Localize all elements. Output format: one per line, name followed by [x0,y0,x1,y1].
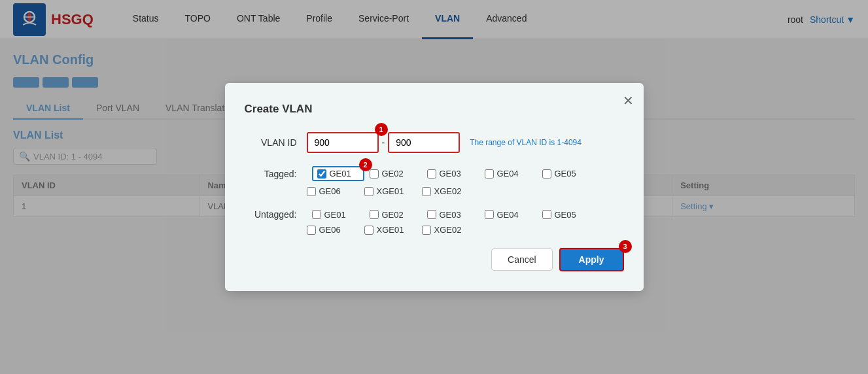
tagged-ge01-label: GE01 [330,169,351,178]
untagged-ge05-item: GE05 [542,210,595,220]
vlan-id-inputs: 1 - The range of VLAN ID is 1-4094 [307,132,582,153]
untagged-ge03-item: GE03 [427,210,479,220]
untagged-ge05-label: GE05 [555,210,576,220]
untagged-ge05-checkbox[interactable] [542,210,551,219]
modal-overlay: Create VLAN ✕ VLAN ID 1 - The range of V… [0,0,868,230]
tagged-ge06-item: GE06 [307,186,359,196]
vlan-range-hint: The range of VLAN ID is 1-4094 [470,138,582,147]
untagged-ge04-item: GE04 [485,210,537,220]
vlan-id-row: VLAN ID 1 - The range of VLAN ID is 1-40… [245,132,624,153]
untagged-xge01-checkbox[interactable] [364,226,373,231]
untagged-ge03-checkbox[interactable] [427,210,436,219]
tagged-xge02-item: XGE02 [422,186,474,196]
vlan-id-from-input[interactable] [307,132,379,153]
dash: - [382,137,385,148]
tagged-ge06-label: GE06 [319,186,341,196]
modal-close-button[interactable]: ✕ [623,93,634,109]
tagged-ge02-checkbox[interactable] [370,169,379,178]
tagged-ge03-checkbox[interactable] [427,169,436,178]
untagged-ge01-checkbox[interactable] [312,210,321,219]
untagged-xge01-item: XGE01 [364,225,417,230]
untagged-row: Untagged: GE01 GE02 GE03 GE04 [245,209,624,230]
tagged-ge03-label: GE03 [440,169,461,178]
untagged-ge01-item: GE01 [312,210,364,220]
tagged-xge02-label: XGE02 [434,186,462,196]
tagged-xge01-label: XGE01 [377,186,404,196]
tagged-label: Tagged: [245,169,297,179]
vlan-id-from-wrapper: 1 [307,132,379,153]
tagged-ge04-label: GE04 [497,169,519,178]
tagged-ge02-label: GE02 [382,169,404,178]
modal-title: Create VLAN [245,103,624,116]
vlan-id-badge-1: 1 [375,123,388,136]
vlan-id-label: VLAN ID [245,137,297,148]
tagged-ge04-checkbox[interactable] [485,169,494,178]
untagged-ge01-label: GE01 [324,210,346,220]
tagged-xge01-item: XGE01 [364,186,417,196]
untagged-ge04-checkbox[interactable] [485,210,494,219]
untagged-label: Untagged: [245,209,297,220]
tagged-ge02-item: GE02 [370,169,422,178]
tagged-ge01-item: GE01 [312,166,364,181]
create-vlan-modal: Create VLAN ✕ VLAN ID 1 - The range of V… [225,83,644,230]
tagged-ge06-checkbox[interactable] [307,187,316,196]
tagged-row: Tagged: GE01 2 GE02 GE03 [245,166,624,196]
untagged-ge02-label: GE02 [382,210,404,220]
tagged-ge03-item: GE03 [427,169,479,178]
tagged-xge02-checkbox[interactable] [422,187,431,196]
tagged-ge05-item: GE05 [542,169,595,178]
untagged-ge04-label: GE04 [497,210,519,220]
tagged-ge04-item: GE04 [485,169,537,178]
tagged-ge01-badge: 2 [359,158,372,171]
untagged-ge02-item: GE02 [370,210,422,220]
untagged-xge02-label: XGE02 [434,225,462,230]
untagged-ge03-label: GE03 [440,210,461,220]
untagged-xge01-label: XGE01 [377,225,404,230]
tagged-xge01-checkbox[interactable] [364,187,373,196]
tagged-ge05-label: GE05 [555,169,576,178]
untagged-xge02-item: XGE02 [422,225,474,230]
untagged-ge06-item: GE06 [307,225,359,230]
ge01-tagged-wrapper: GE01 2 [312,166,364,181]
tagged-ge05-checkbox[interactable] [542,169,551,178]
tagged-ge01-checkbox[interactable] [317,169,326,178]
untagged-ge06-checkbox[interactable] [307,226,316,231]
untagged-xge02-checkbox[interactable] [422,226,431,231]
untagged-ge06-label: GE06 [319,225,341,230]
untagged-ge02-checkbox[interactable] [370,210,379,219]
vlan-id-to-input[interactable] [388,132,460,153]
